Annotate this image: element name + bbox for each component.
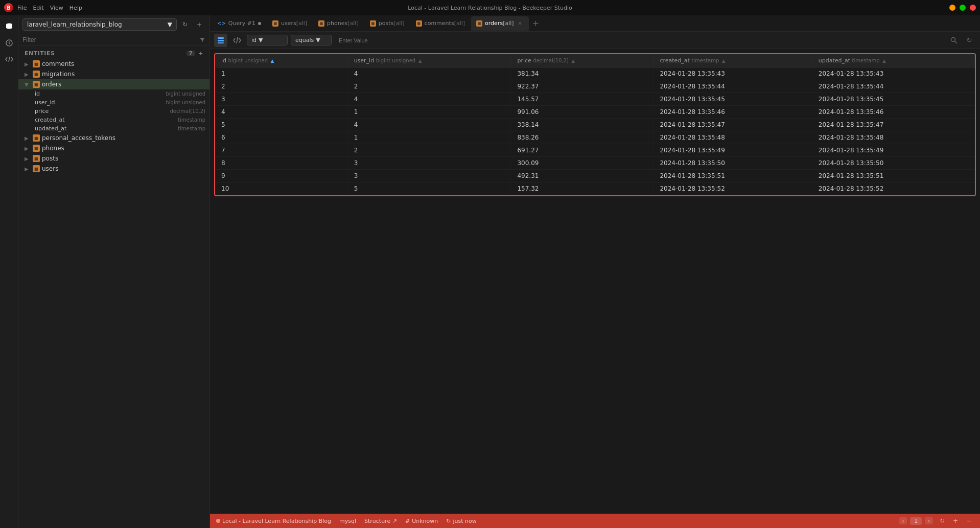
tab-orders[interactable]: ▦ orders[all] ✕ <box>471 16 529 31</box>
col-header-user-id[interactable]: user_id bigint unsigned ▲ <box>347 54 511 67</box>
tabs-bar: <> Query #1 ▦ users[all] ▦ phones[all] ▦… <box>210 15 980 32</box>
col-header-id[interactable]: id bigint unsigned ▲ <box>215 54 347 67</box>
table-row: 9 3 492.31 2024-01-28 13:35:51 2024-01-2… <box>215 170 975 182</box>
column-type-label: timestamp <box>178 117 205 123</box>
column-id[interactable]: id bigint unsigned <box>18 89 209 98</box>
sort-icon: ▲ <box>571 58 575 63</box>
refresh-icon[interactable]: ↻ <box>963 34 976 47</box>
menu-file[interactable]: File <box>17 5 27 11</box>
entity-orders[interactable]: ▼ ▦ orders <box>18 79 209 89</box>
table-icon: ▦ <box>33 60 40 67</box>
table-icon: ▦ <box>33 81 40 88</box>
column-price[interactable]: price decimal(10,2) <box>18 107 209 116</box>
cell-id: 7 <box>215 144 347 157</box>
cell-updated-at: 2024-01-28 13:35:50 <box>812 157 974 170</box>
nav-code-icon[interactable] <box>2 52 16 66</box>
dialect-badge: mysql <box>339 518 356 524</box>
main-layout: laravel_learn_relationship_blog ▼ ↻ + EN… <box>0 15 980 528</box>
col-header-updated-at[interactable]: updated_at timestamp ▲ <box>812 54 974 67</box>
icon-sidebar <box>0 15 18 528</box>
column-created-at[interactable]: created_at timestamp <box>18 116 209 124</box>
cell-id: 9 <box>215 170 347 182</box>
table-icon: ▦ <box>33 71 40 78</box>
db-dropdown[interactable]: laravel_learn_relationship_blog ▼ <box>22 18 177 31</box>
table-row: 5 4 338.14 2024-01-28 13:35:47 2024-01-2… <box>215 119 975 131</box>
maximize-button[interactable] <box>960 5 966 11</box>
menu-edit[interactable]: Edit <box>33 5 43 11</box>
entity-name: comments <box>42 60 74 67</box>
unknown-badge: # Unknown <box>405 518 438 524</box>
table-row: 4 1 991.06 2024-01-28 13:35:46 2024-01-2… <box>215 106 975 119</box>
tab-close-button[interactable]: ✕ <box>517 20 524 27</box>
tab-users[interactable]: ▦ users[all] <box>267 16 312 31</box>
cell-price: 300.09 <box>511 157 654 170</box>
new-tab-button[interactable]: + <box>530 17 542 30</box>
db-refresh-icon[interactable]: ↻ <box>179 18 191 31</box>
column-updated-at[interactable]: updated_at timestamp <box>18 124 209 133</box>
data-table: id bigint unsigned ▲ user_id bigint unsi… <box>215 54 975 195</box>
cell-created-at: 2024-01-28 13:35:49 <box>654 144 812 157</box>
entity-migrations[interactable]: ▶ ▦ migrations <box>18 69 209 79</box>
entity-filter-input[interactable] <box>22 36 197 43</box>
nav-history-icon[interactable] <box>2 36 16 50</box>
col-header-created-at[interactable]: created_at timestamp ▲ <box>654 54 812 67</box>
cell-id: 1 <box>215 67 347 80</box>
entity-comments[interactable]: ▶ ▦ comments <box>18 59 209 69</box>
col-header-price[interactable]: price decimal(10,2) ▲ <box>511 54 654 67</box>
close-button[interactable] <box>970 5 976 11</box>
current-page: 1 <box>910 517 922 525</box>
cell-updated-at: 2024-01-28 13:35:48 <box>812 131 974 144</box>
cell-id: 10 <box>215 182 347 195</box>
tab-query1[interactable]: <> Query #1 <box>212 16 266 31</box>
cell-price: 922.37 <box>511 80 654 93</box>
table-row: 8 3 300.09 2024-01-28 13:35:50 2024-01-2… <box>215 157 975 170</box>
table-icon: ▦ <box>33 134 40 142</box>
menu-view[interactable]: View <box>50 5 63 11</box>
svg-point-5 <box>951 37 955 41</box>
tab-posts[interactable]: ▦ posts[all] <box>365 16 410 31</box>
cell-price: 145.57 <box>511 93 654 106</box>
search-icon[interactable] <box>947 34 961 47</box>
filter-value-input[interactable] <box>335 35 944 45</box>
entity-personal-access-tokens[interactable]: ▶ ▦ personal_access_tokens <box>18 133 209 143</box>
status-refresh-icon[interactable]: ↻ <box>937 516 947 526</box>
tab-comments[interactable]: ▦ comments[all] <box>411 16 470 31</box>
entity-posts[interactable]: ▶ ▦ posts <box>18 153 209 164</box>
menu-help[interactable]: Help <box>69 5 82 11</box>
filter-op-select[interactable]: equals ▼ <box>291 35 332 45</box>
cell-updated-at: 2024-01-28 13:35:49 <box>812 144 974 157</box>
select-arrow-icon: ▼ <box>259 37 263 43</box>
entity-phones[interactable]: ▶ ▦ phones <box>18 143 209 153</box>
column-name-label: price <box>35 108 49 114</box>
cell-price: 492.31 <box>511 170 654 182</box>
table-icon: ▦ <box>370 20 376 27</box>
structure-label: Structure ↗ <box>364 518 397 524</box>
structure-badge[interactable]: Structure ↗ <box>364 518 397 524</box>
data-table-wrapper: id bigint unsigned ▲ user_id bigint unsi… <box>214 53 976 196</box>
db-name-label: laravel_learn_relationship_blog <box>27 21 122 28</box>
column-user-id[interactable]: user_id bigint unsigned <box>18 98 209 107</box>
next-page-button[interactable]: › <box>925 517 933 524</box>
status-delete-icon[interactable]: − <box>964 516 974 526</box>
minimize-button[interactable] <box>949 5 955 11</box>
table-icon: ▦ <box>318 20 324 27</box>
tab-phones[interactable]: ▦ phones[all] <box>313 16 364 31</box>
chevron-right-icon: ▶ <box>25 72 31 77</box>
filter-op-value: equals <box>295 37 314 43</box>
db-add-icon[interactable]: + <box>193 18 205 31</box>
entity-users[interactable]: ▶ ▦ users <box>18 164 209 174</box>
nav-database-icon[interactable] <box>2 19 16 34</box>
chevron-right-icon: ▶ <box>25 146 31 151</box>
add-entity-icon[interactable]: + <box>198 50 203 57</box>
prev-page-button[interactable]: ‹ <box>899 517 907 524</box>
cell-price: 338.14 <box>511 119 654 131</box>
connection-label: Local - Laravel Learn Relationship Blog <box>222 518 331 524</box>
filter-column-select[interactable]: id ▼ <box>247 35 288 45</box>
window-controls <box>949 5 976 11</box>
dropdown-arrow-icon: ▼ <box>168 21 172 28</box>
status-add-icon[interactable]: + <box>950 516 961 526</box>
status-right: ‹ 1 › ↻ + − <box>899 516 974 526</box>
view-table-icon[interactable] <box>214 34 227 47</box>
view-code-icon[interactable] <box>230 34 244 47</box>
db-selector: laravel_learn_relationship_blog ▼ ↻ + <box>18 15 209 34</box>
